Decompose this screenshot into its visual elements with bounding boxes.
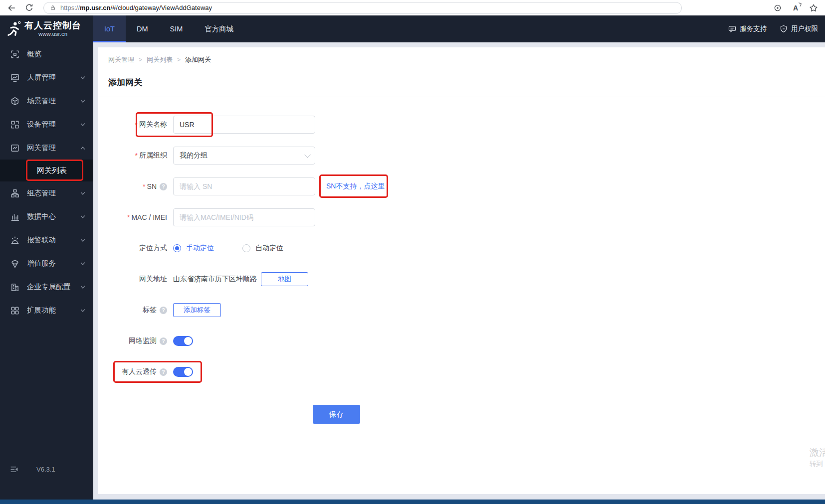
tags-label: 标签 ?	[113, 306, 167, 315]
chevron-down-icon	[80, 308, 85, 313]
location-mode-row: 定位方式 手动定位 自动定位	[113, 239, 825, 257]
sidebar-item-overview[interactable]: 概览	[0, 42, 93, 66]
collapse-sidebar-icon[interactable]	[10, 465, 18, 474]
overview-icon	[10, 50, 19, 59]
sidebar-item-alarm-linkage[interactable]: 报警联动	[0, 228, 93, 252]
chevron-up-icon	[80, 146, 85, 151]
sidebar-item-value-added[interactable]: 增值服务	[0, 252, 93, 275]
address-bar[interactable]: https://mp.usr.cn/#/cloud/gateway/ViewAd…	[43, 2, 682, 14]
organization-selected-value: 我的分组	[180, 151, 207, 160]
sidebar-item-label: 网关管理	[27, 143, 80, 153]
radio-unselected-icon	[242, 244, 250, 252]
radio-label: 自动定位	[255, 244, 283, 253]
help-icon[interactable]: ?	[160, 183, 167, 190]
breadcrumb-separator: >	[139, 56, 142, 63]
user-permission[interactable]: 用户权限	[780, 24, 818, 33]
cloud-passthrough-label: 有人云透传 ?	[113, 367, 167, 376]
service-support[interactable]: 服务支持	[728, 24, 767, 33]
required-mark: *	[135, 121, 138, 129]
tab-sim[interactable]: SIM	[159, 15, 194, 42]
tags-row: 标签 ? 添加标签	[113, 301, 825, 319]
sidebar-item-label: 概览	[27, 49, 85, 59]
breadcrumb-gateway-list[interactable]: 网关列表	[147, 55, 173, 64]
help-icon[interactable]: ?	[160, 337, 167, 345]
sidebar-item-enterprise-config[interactable]: 企业专属配置	[0, 275, 93, 299]
browser-back-icon[interactable]	[7, 3, 16, 12]
gateway-address-label: 网关地址	[113, 275, 167, 284]
tab-official-store[interactable]: 官方商城	[194, 15, 244, 42]
sidebar-item-scene-mgmt[interactable]: 场景管理	[0, 89, 93, 113]
sidebar: 概览 大屏管理 场景管理 设备管理 网关管理	[0, 42, 93, 500]
gateway-name-input[interactable]	[173, 116, 315, 134]
mac-imei-input[interactable]	[173, 208, 315, 226]
sidebar-item-scada-mgmt[interactable]: 组态管理	[0, 181, 93, 205]
sidebar-item-screen-mgmt[interactable]: 大屏管理	[0, 66, 93, 89]
sn-label: * SN ?	[113, 182, 167, 190]
radio-auto-location[interactable]: 自动定位	[242, 244, 283, 253]
sn-not-supported-link[interactable]: SN不支持，点这里	[326, 182, 385, 191]
chevron-down-icon	[80, 99, 85, 104]
radio-manual-location[interactable]: 手动定位	[173, 244, 214, 253]
logo[interactable]: 有人云控制台 www.usr.cn	[0, 15, 93, 42]
sidebar-item-label: 大屏管理	[27, 73, 80, 82]
sidebar-item-label: 扩展功能	[27, 306, 80, 315]
watermark-line2: 转到	[810, 459, 825, 469]
read-aloud-icon[interactable]: A	[793, 4, 798, 11]
location-icon[interactable]	[773, 3, 782, 12]
tab-iot[interactable]: IoT	[93, 15, 126, 42]
url-text: https://mp.usr.cn/#/cloud/gateway/ViewAd…	[60, 4, 212, 11]
network-monitor-row: 网络监测 ?	[113, 332, 825, 350]
breadcrumb-gateway-mgmt[interactable]: 网关管理	[108, 55, 134, 64]
chevron-down-icon	[80, 122, 85, 127]
sidebar-item-device-mgmt[interactable]: 设备管理	[0, 113, 93, 136]
sidebar-item-gateway-list[interactable]: 网关列表	[0, 160, 93, 181]
chevron-down-icon	[80, 238, 85, 243]
gateway-chart-icon	[10, 144, 19, 153]
sidebar-footer: V6.3.1	[0, 465, 93, 474]
sidebar-item-extensions[interactable]: 扩展功能	[0, 299, 93, 322]
sidebar-item-gateway-mgmt[interactable]: 网关管理	[0, 136, 93, 160]
building-icon	[10, 283, 19, 292]
service-support-label: 服务支持	[740, 24, 767, 33]
watermark-line1: 激活	[810, 446, 825, 459]
map-button[interactable]: 地图	[261, 272, 308, 286]
divider	[98, 97, 825, 97]
help-icon[interactable]: ?	[160, 368, 167, 376]
shield-icon	[780, 25, 788, 33]
favorites-star-icon[interactable]	[809, 3, 818, 12]
chat-bubble-icon	[728, 25, 736, 33]
cloud-passthrough-toggle-on[interactable]	[173, 367, 193, 377]
tab-dm[interactable]: DM	[126, 15, 159, 42]
gateway-name-label: * 网关名称	[113, 120, 167, 129]
bottom-taskbar-edge	[0, 500, 825, 504]
alarm-siren-icon	[10, 236, 19, 245]
chevron-down-icon	[80, 75, 85, 80]
content-panel: 网关管理 > 网关列表 > 添加网关 添加网关 * 网关名称 * 所属组织	[98, 47, 825, 494]
user-permission-label: 用户权限	[791, 24, 818, 33]
browser-refresh-icon[interactable]	[25, 3, 33, 12]
screen: https://mp.usr.cn/#/cloud/gateway/ViewAd…	[0, 0, 825, 504]
big-screen-icon	[10, 73, 19, 82]
breadcrumb: 网关管理 > 网关列表 > 添加网关	[98, 47, 825, 64]
network-monitor-toggle-on[interactable]	[173, 336, 193, 346]
save-button[interactable]: 保存	[313, 405, 360, 424]
sn-input[interactable]	[173, 177, 315, 195]
header-right: 服务支持 用户权限	[728, 15, 825, 42]
url-path: /#/cloud/gateway/ViewAddGateway	[110, 4, 212, 11]
location-mode-label: 定位方式	[113, 244, 167, 253]
chevron-down-icon	[80, 261, 85, 266]
required-mark: *	[143, 182, 145, 190]
sidebar-item-data-center[interactable]: 数据中心	[0, 205, 93, 228]
add-tag-button[interactable]: 添加标签	[173, 303, 221, 317]
help-icon[interactable]: ?	[160, 307, 167, 314]
sidebar-item-label: 增值服务	[27, 259, 80, 268]
organization-label: * 所属组织	[113, 151, 167, 160]
organization-select[interactable]: 我的分组	[173, 147, 315, 165]
radio-label: 手动定位	[186, 244, 214, 253]
header-tabs: IoT DM SIM 官方商城	[93, 15, 244, 42]
activate-windows-watermark: 激活 转到	[810, 446, 825, 469]
chevron-down-icon	[304, 152, 311, 158]
chevron-down-icon	[80, 285, 85, 290]
sidebar-subitem-label: 网关列表	[37, 166, 67, 175]
browser-chrome: https://mp.usr.cn/#/cloud/gateway/ViewAd…	[0, 0, 825, 15]
